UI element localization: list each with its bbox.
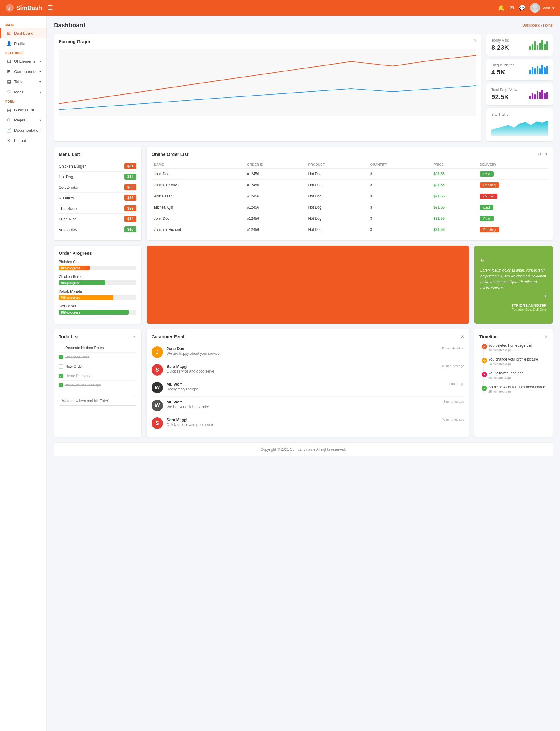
documentation-icon: 📄 xyxy=(6,128,11,133)
hamburger-icon[interactable]: ☰ xyxy=(48,4,53,11)
feed-message: We are happy about your service xyxy=(167,351,464,356)
topnav-right: 🔔 ✉ 💬 Wolf ▾ xyxy=(498,3,555,13)
sidebar-item-basic-form[interactable]: ▤ Basic Form xyxy=(0,105,46,115)
cell-qty: 3 xyxy=(368,213,431,224)
table-row: John Doe #12456 Hot Dog 3 $21.56 Paid xyxy=(152,213,548,224)
chevron-down-icon2: ▾ xyxy=(39,70,41,73)
timeline-title: Timeline xyxy=(479,334,498,339)
list-item: S Sara Maggi 40 minutes ago Quick servic… xyxy=(152,361,464,379)
feed-title: Customer Feed xyxy=(152,334,184,339)
icons-icon: ♡ xyxy=(6,89,11,94)
sidebar-label-components: Components xyxy=(14,69,36,74)
feed-content: Sara Maggi 40 minutes ago Quick service … xyxy=(167,364,464,376)
todo-item-text: Delevery Pizza xyxy=(65,355,89,359)
settings-icon[interactable]: ⚙ xyxy=(538,152,542,156)
feed-close-button[interactable]: ✕ xyxy=(461,334,464,339)
mail-button[interactable]: ✉ xyxy=(509,5,514,11)
progress-track: 60% progress xyxy=(59,280,136,285)
chat-button[interactable]: 💬 xyxy=(519,5,525,11)
todo-checkbox[interactable] xyxy=(59,364,63,369)
timeline-event-text: You change your profile picture xyxy=(488,357,548,361)
stat-pageview-chart xyxy=(529,89,548,99)
menu-item-price: $25 xyxy=(124,195,136,201)
status-button[interactable]: Paid xyxy=(480,216,494,221)
sidebar-item-documentation[interactable]: 📄 Documentation xyxy=(0,125,46,135)
feed-content: Mr. Wolf 1 minutes ago We like your birt… xyxy=(167,400,464,411)
sidebar-item-ui-elements[interactable]: ▤ UI Elements ▾ xyxy=(0,56,46,66)
stats-col: Today Visit 8.23K xyxy=(486,34,553,141)
timeline-event-text: You followed john doe xyxy=(488,371,548,375)
status-button[interactable]: paid xyxy=(480,205,493,210)
todo-checkbox[interactable]: ✓ xyxy=(59,383,63,388)
sidebar-section-main: MAIN xyxy=(0,20,46,28)
traffic-chart xyxy=(491,119,548,137)
svg-marker-4 xyxy=(491,121,548,136)
quote-author: TYRION LANNISTER xyxy=(480,303,547,308)
status-button[interactable]: Pending xyxy=(480,182,499,188)
chevron-down-icon4: ▾ xyxy=(39,90,41,94)
menu-item-price: $15 xyxy=(124,174,136,180)
todo-checkbox[interactable] xyxy=(59,346,63,350)
sidebar-item-components[interactable]: ⊞ Components ▾ xyxy=(0,66,46,77)
timeline-event-time: 15 minutes ago xyxy=(488,390,548,394)
order-list-title: Online Order List xyxy=(152,152,189,157)
earning-close-button[interactable]: ✕ xyxy=(474,38,477,43)
feed-author: Mr. Wolf xyxy=(167,400,182,404)
user-name: Wolf xyxy=(542,6,550,10)
table-row: Jone Doe #12456 Hot Dog 3 $21.56 Paid xyxy=(152,168,548,180)
todo-checkbox[interactable]: ✓ xyxy=(59,374,63,378)
cell-price: $21.56 xyxy=(431,202,477,213)
earning-chart-area xyxy=(59,49,476,116)
progress-item-name: Soft Drinks xyxy=(59,304,136,308)
feed-item-header: Sara Maggi 40 minutes ago xyxy=(167,418,464,422)
status-button[interactable]: Paid xyxy=(480,171,494,177)
stat-unique-chart xyxy=(529,65,548,74)
progress-item-name: Kabab Masala xyxy=(59,289,136,293)
cell-product: Hot Dog xyxy=(306,180,368,191)
cell-orderid: #12456 xyxy=(245,224,306,235)
sidebar-item-profile[interactable]: 👤 Profile xyxy=(0,38,46,49)
table-row: Jannatul Richard #12456 Hot Dog 3 $21.56… xyxy=(152,224,548,235)
close-icon[interactable]: ✕ xyxy=(545,152,548,156)
timeline-close-button[interactable]: ✕ xyxy=(545,334,548,339)
cell-product: Hot Dog xyxy=(306,191,368,202)
todo-new-item-input[interactable] xyxy=(59,396,136,406)
cell-qty: 3 xyxy=(368,168,431,180)
user-dropdown[interactable]: Wolf ▾ xyxy=(530,3,555,13)
cell-delivery: Pending xyxy=(477,180,548,191)
footer-text: Copyright © 2021.Company name All rights… xyxy=(261,447,346,452)
progress-item: Soft Drinks 90% progress xyxy=(59,304,136,315)
sidebar-item-logout[interactable]: ✕ Logout xyxy=(0,135,46,146)
status-button[interactable]: Pending xyxy=(480,227,499,232)
todo-header: Todo List ✕ xyxy=(59,334,136,339)
sidebar-label-pages: Pages xyxy=(14,118,25,122)
sidebar-item-dashboard[interactable]: ⊞ Dashboard xyxy=(0,28,46,38)
todo-close-button[interactable]: ✕ xyxy=(133,334,136,339)
site-traffic-label: Site Traffic xyxy=(491,112,548,117)
order-list-header: Online Order List ⚙ ✕ xyxy=(152,152,548,157)
sidebar-label-documentation: Documentation xyxy=(14,128,40,133)
status-button[interactable]: Cancel xyxy=(480,193,497,199)
progress-track: 90% progress xyxy=(59,310,136,315)
bell-button[interactable]: 🔔 xyxy=(498,5,505,11)
todo-item-text: New Order xyxy=(65,364,83,369)
cell-orderid: #12456 xyxy=(245,213,306,224)
breadcrumb-parent: Dashboard xyxy=(522,23,540,27)
mail-icon: ✉ xyxy=(509,5,514,11)
feed-time: 1 minutes ago xyxy=(443,400,464,404)
menu-item-name: Thai Soup xyxy=(59,206,77,211)
sidebar-item-pages[interactable]: ⚙ Pages ▾ xyxy=(0,115,46,125)
col-orderid: ORDER ID xyxy=(245,161,306,168)
todo-checkbox[interactable]: ✓ xyxy=(59,355,63,359)
page-header: Dashboard Dashboard / Home xyxy=(54,22,553,29)
sidebar-item-icons[interactable]: ♡ Icons ▾ xyxy=(0,87,46,97)
feed-item-header: Jone Doe 15 minutes Ago xyxy=(167,346,464,351)
quote-card: ❝ Lorem ipsum dolor sit amet, consectetu… xyxy=(474,246,553,324)
fourth-row: Todo List ✕ Decorate Kitchen Room ✓ Dele… xyxy=(54,329,553,437)
quote-icon: ❝ xyxy=(480,258,547,266)
order-progress-title: Order Progress xyxy=(59,250,136,256)
table-icon: ▤ xyxy=(6,79,11,84)
progress-item: Chicken Burger 60% progress xyxy=(59,274,136,285)
sidebar-item-table[interactable]: ▤ Table ▾ xyxy=(0,77,46,87)
logout-icon: ✕ xyxy=(6,138,11,143)
